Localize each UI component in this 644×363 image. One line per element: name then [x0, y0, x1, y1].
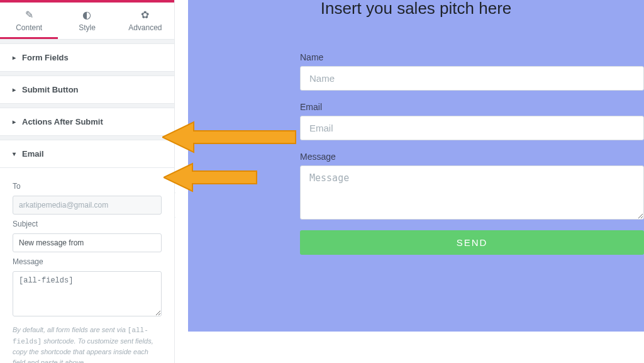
to-input[interactable]	[13, 196, 162, 215]
help-text: By default, all form fields are sent via…	[13, 325, 162, 363]
contrast-icon: ◐	[58, 9, 116, 21]
caret-down-icon: ▾	[13, 150, 16, 157]
tab-style[interactable]: ◐ Style	[58, 3, 116, 39]
contact-form: Name Email Message SEND	[300, 52, 644, 255]
tab-advanced[interactable]: ✿ Advanced	[116, 3, 174, 39]
message-label: Message	[13, 257, 162, 266]
subject-input[interactable]	[13, 233, 162, 252]
message-label: Message	[300, 152, 644, 162]
help-prefix: By default, all form fields are sent via	[13, 326, 128, 333]
caret-right-icon: ▸	[13, 118, 16, 125]
caret-right-icon: ▸	[13, 86, 16, 93]
name-label: Name	[300, 52, 644, 62]
send-button[interactable]: SEND	[300, 230, 644, 255]
message-textarea[interactable]	[300, 165, 644, 220]
tabs: ✎ Content ◐ Style ✿ Advanced	[0, 3, 174, 40]
tab-label: Style	[79, 23, 96, 32]
hero-section: Insert you sales pitch here Name Email M…	[188, 0, 644, 332]
section-form-fields[interactable]: ▸ Form Fields	[0, 43, 174, 72]
message-textarea[interactable]	[13, 271, 162, 316]
preview-canvas: Insert you sales pitch here Name Email M…	[175, 0, 644, 363]
to-label: To	[13, 182, 162, 191]
subject-label: Subject	[13, 220, 162, 228]
section-submit-button[interactable]: ▸ Submit Button	[0, 75, 174, 104]
tab-content[interactable]: ✎ Content	[0, 3, 58, 39]
email-label: Email	[300, 102, 644, 112]
editor-sidebar: ✎ Content ◐ Style ✿ Advanced ▸ Form Fiel…	[0, 0, 175, 363]
gear-icon: ✿	[116, 9, 174, 21]
caret-right-icon: ▸	[13, 54, 16, 61]
hero-title: Insert you sales pitch here	[188, 0, 644, 18]
name-input[interactable]	[300, 66, 644, 91]
section-actions-after-submit[interactable]: ▸ Actions After Submit	[0, 108, 174, 136]
tab-label: Advanced	[128, 23, 162, 32]
section-email-body: To Subject Message By default, all form …	[0, 168, 174, 363]
pencil-icon: ✎	[0, 9, 58, 21]
tab-label: Content	[16, 23, 42, 32]
section-title: Form Fields	[22, 53, 69, 62]
email-input[interactable]	[300, 116, 644, 140]
section-title: Actions After Submit	[22, 117, 103, 126]
section-email[interactable]: ▾ Email	[0, 140, 174, 168]
section-title: Submit Button	[22, 85, 79, 94]
section-title: Email	[22, 149, 44, 159]
